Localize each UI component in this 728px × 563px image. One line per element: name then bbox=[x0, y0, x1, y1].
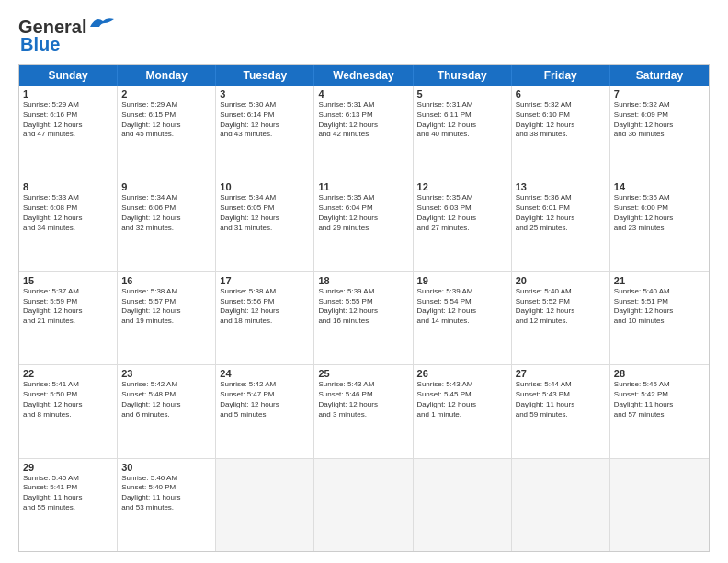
day-info: Sunrise: 5:32 AMSunset: 6:10 PMDaylight:… bbox=[516, 100, 606, 140]
calendar-cell-15: 15Sunrise: 5:37 AMSunset: 5:59 PMDayligh… bbox=[19, 272, 118, 364]
day-number: 5 bbox=[417, 88, 507, 99]
day-info: Sunrise: 5:40 AMSunset: 5:51 PMDaylight:… bbox=[614, 287, 705, 327]
calendar-cell-5: 5Sunrise: 5:31 AMSunset: 6:11 PMDaylight… bbox=[414, 86, 512, 178]
calendar-cell-empty bbox=[414, 459, 512, 551]
calendar-cell-21: 21Sunrise: 5:40 AMSunset: 5:51 PMDayligh… bbox=[610, 272, 709, 364]
day-number: 3 bbox=[220, 88, 310, 99]
calendar-cell-3: 3Sunrise: 5:30 AMSunset: 6:14 PMDaylight… bbox=[216, 86, 314, 178]
calendar-cell-empty bbox=[314, 459, 413, 551]
day-info: Sunrise: 5:43 AMSunset: 5:46 PMDaylight:… bbox=[318, 380, 408, 419]
day-info: Sunrise: 5:34 AMSunset: 6:06 PMDaylight:… bbox=[121, 193, 211, 233]
calendar-cell-19: 19Sunrise: 5:39 AMSunset: 5:54 PMDayligh… bbox=[414, 272, 512, 364]
calendar-cell-26: 26Sunrise: 5:43 AMSunset: 5:45 PMDayligh… bbox=[414, 365, 512, 457]
day-number: 2 bbox=[121, 88, 211, 99]
day-number: 23 bbox=[121, 368, 211, 379]
calendar-body: 1Sunrise: 5:29 AMSunset: 6:16 PMDaylight… bbox=[19, 86, 709, 551]
day-number: 18 bbox=[318, 275, 408, 286]
header-day-sunday: Sunday bbox=[19, 65, 118, 86]
day-info: Sunrise: 5:31 AMSunset: 6:11 PMDaylight:… bbox=[417, 100, 507, 140]
calendar-cell-11: 11Sunrise: 5:35 AMSunset: 6:04 PMDayligh… bbox=[314, 178, 413, 270]
calendar-cell-29: 29Sunrise: 5:45 AMSunset: 5:41 PMDayligh… bbox=[19, 459, 118, 551]
day-info: Sunrise: 5:39 AMSunset: 5:55 PMDaylight:… bbox=[318, 287, 408, 327]
day-number: 24 bbox=[220, 368, 310, 379]
day-number: 4 bbox=[318, 88, 408, 99]
calendar-cell-14: 14Sunrise: 5:36 AMSunset: 6:00 PMDayligh… bbox=[610, 178, 709, 270]
day-info: Sunrise: 5:38 AMSunset: 5:56 PMDaylight:… bbox=[220, 287, 310, 327]
logo-bird-icon bbox=[88, 14, 116, 34]
calendar-header: SundayMondayTuesdayWednesdayThursdayFrid… bbox=[19, 65, 709, 86]
day-number: 22 bbox=[23, 368, 113, 379]
calendar-cell-20: 20Sunrise: 5:40 AMSunset: 5:52 PMDayligh… bbox=[512, 272, 610, 364]
day-number: 6 bbox=[516, 88, 606, 99]
day-number: 20 bbox=[516, 275, 606, 286]
day-info: Sunrise: 5:40 AMSunset: 5:52 PMDaylight:… bbox=[516, 287, 606, 327]
day-info: Sunrise: 5:34 AMSunset: 6:05 PMDaylight:… bbox=[220, 193, 310, 233]
day-info: Sunrise: 5:41 AMSunset: 5:50 PMDaylight:… bbox=[23, 380, 113, 419]
calendar-row-2: 8Sunrise: 5:33 AMSunset: 6:08 PMDaylight… bbox=[19, 178, 709, 271]
calendar-cell-16: 16Sunrise: 5:38 AMSunset: 5:57 PMDayligh… bbox=[118, 272, 216, 364]
calendar-cell-1: 1Sunrise: 5:29 AMSunset: 6:16 PMDaylight… bbox=[19, 86, 118, 178]
day-info: Sunrise: 5:38 AMSunset: 5:57 PMDaylight:… bbox=[121, 287, 211, 327]
day-info: Sunrise: 5:33 AMSunset: 6:08 PMDaylight:… bbox=[23, 193, 113, 233]
calendar-cell-6: 6Sunrise: 5:32 AMSunset: 6:10 PMDaylight… bbox=[512, 86, 610, 178]
calendar-cell-empty bbox=[216, 459, 314, 551]
day-number: 10 bbox=[220, 181, 310, 192]
day-info: Sunrise: 5:42 AMSunset: 5:48 PMDaylight:… bbox=[121, 380, 211, 419]
day-info: Sunrise: 5:29 AMSunset: 6:15 PMDaylight:… bbox=[121, 100, 211, 140]
day-info: Sunrise: 5:32 AMSunset: 6:09 PMDaylight:… bbox=[614, 100, 705, 140]
calendar-row-5: 29Sunrise: 5:45 AMSunset: 5:41 PMDayligh… bbox=[19, 459, 709, 551]
day-number: 12 bbox=[417, 181, 507, 192]
day-number: 13 bbox=[516, 181, 606, 192]
calendar-cell-17: 17Sunrise: 5:38 AMSunset: 5:56 PMDayligh… bbox=[216, 272, 314, 364]
calendar-cell-empty bbox=[610, 459, 709, 551]
day-info: Sunrise: 5:46 AMSunset: 5:40 PMDaylight:… bbox=[121, 474, 211, 513]
day-number: 25 bbox=[318, 368, 408, 379]
day-info: Sunrise: 5:37 AMSunset: 5:59 PMDaylight:… bbox=[23, 287, 113, 327]
day-number: 30 bbox=[121, 462, 211, 473]
header-day-saturday: Saturday bbox=[610, 65, 709, 86]
calendar-cell-13: 13Sunrise: 5:36 AMSunset: 6:01 PMDayligh… bbox=[512, 178, 610, 270]
calendar-row-3: 15Sunrise: 5:37 AMSunset: 5:59 PMDayligh… bbox=[19, 272, 709, 365]
day-number: 27 bbox=[516, 368, 606, 379]
day-number: 26 bbox=[417, 368, 507, 379]
calendar-cell-28: 28Sunrise: 5:45 AMSunset: 5:42 PMDayligh… bbox=[610, 365, 709, 457]
day-number: 15 bbox=[23, 275, 113, 286]
day-info: Sunrise: 5:36 AMSunset: 6:01 PMDaylight:… bbox=[516, 193, 606, 233]
day-number: 1 bbox=[23, 88, 113, 99]
header-day-tuesday: Tuesday bbox=[216, 65, 314, 86]
calendar-cell-24: 24Sunrise: 5:42 AMSunset: 5:47 PMDayligh… bbox=[216, 365, 314, 457]
header-day-monday: Monday bbox=[118, 65, 216, 86]
day-info: Sunrise: 5:39 AMSunset: 5:54 PMDaylight:… bbox=[417, 287, 507, 327]
calendar-cell-23: 23Sunrise: 5:42 AMSunset: 5:48 PMDayligh… bbox=[118, 365, 216, 457]
calendar-cell-4: 4Sunrise: 5:31 AMSunset: 6:13 PMDaylight… bbox=[314, 86, 413, 178]
day-info: Sunrise: 5:36 AMSunset: 6:00 PMDaylight:… bbox=[614, 193, 705, 233]
day-info: Sunrise: 5:35 AMSunset: 6:04 PMDaylight:… bbox=[318, 193, 408, 233]
header-day-wednesday: Wednesday bbox=[314, 65, 413, 86]
day-info: Sunrise: 5:45 AMSunset: 5:42 PMDaylight:… bbox=[614, 380, 705, 419]
day-number: 29 bbox=[23, 462, 113, 473]
calendar-cell-27: 27Sunrise: 5:44 AMSunset: 5:43 PMDayligh… bbox=[512, 365, 610, 457]
calendar-cell-9: 9Sunrise: 5:34 AMSunset: 6:06 PMDaylight… bbox=[118, 178, 216, 270]
day-info: Sunrise: 5:45 AMSunset: 5:41 PMDaylight:… bbox=[23, 474, 113, 513]
calendar-cell-7: 7Sunrise: 5:32 AMSunset: 6:09 PMDaylight… bbox=[610, 86, 709, 178]
day-number: 9 bbox=[121, 181, 211, 192]
day-info: Sunrise: 5:43 AMSunset: 5:45 PMDaylight:… bbox=[417, 380, 507, 419]
calendar-cell-22: 22Sunrise: 5:41 AMSunset: 5:50 PMDayligh… bbox=[19, 365, 118, 457]
calendar-cell-30: 30Sunrise: 5:46 AMSunset: 5:40 PMDayligh… bbox=[118, 459, 216, 551]
header-day-thursday: Thursday bbox=[414, 65, 512, 86]
calendar-cell-2: 2Sunrise: 5:29 AMSunset: 6:15 PMDaylight… bbox=[118, 86, 216, 178]
day-number: 16 bbox=[121, 275, 211, 286]
day-number: 28 bbox=[614, 368, 705, 379]
day-info: Sunrise: 5:35 AMSunset: 6:03 PMDaylight:… bbox=[417, 193, 507, 233]
calendar-row-1: 1Sunrise: 5:29 AMSunset: 6:16 PMDaylight… bbox=[19, 86, 709, 178]
calendar-cell-10: 10Sunrise: 5:34 AMSunset: 6:05 PMDayligh… bbox=[216, 178, 314, 270]
day-number: 7 bbox=[614, 88, 705, 99]
day-info: Sunrise: 5:42 AMSunset: 5:47 PMDaylight:… bbox=[220, 380, 310, 419]
calendar-cell-empty bbox=[512, 459, 610, 551]
day-number: 8 bbox=[23, 181, 113, 192]
calendar: SundayMondayTuesdayWednesdayThursdayFrid… bbox=[18, 64, 710, 552]
logo: General Blue bbox=[18, 17, 116, 55]
page: General Blue SundayMondayTuesdayWednesda… bbox=[0, 0, 728, 563]
day-number: 17 bbox=[220, 275, 310, 286]
day-number: 14 bbox=[614, 181, 705, 192]
